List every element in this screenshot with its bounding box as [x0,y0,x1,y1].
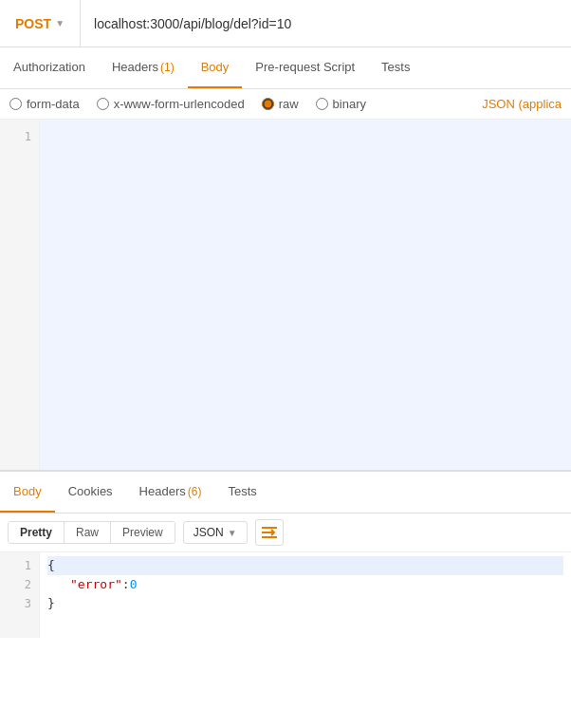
editor-textarea[interactable] [40,120,571,470]
resp-tab-body[interactable]: Body [0,472,55,513]
tab-body[interactable]: Body [188,47,243,88]
resp-tab-tests[interactable]: Tests [214,472,269,513]
response-tabs: Body Cookies Headers (6) Tests [0,472,571,513]
resp-code-area: { "error" : 0 } [40,552,571,638]
resp-line-3: } [47,594,563,613]
json-dropdown-label: JSON [193,526,224,539]
body-type-binary[interactable]: binary [316,97,366,111]
url-input[interactable] [81,16,571,31]
dropdown-chevron-icon: ▼ [228,528,237,538]
format-preview-button[interactable]: Preview [111,522,175,543]
response-format-row: Pretty Raw Preview JSON ▼ [0,513,571,552]
format-pretty-button[interactable]: Pretty [9,522,64,543]
json-format-dropdown[interactable]: JSON ▼ [183,521,248,544]
format-group: Pretty Raw Preview [8,521,175,544]
format-raw-button[interactable]: Raw [64,522,111,543]
resp-line-2: "error" : 0 [47,575,563,594]
resp-line-numbers: 1 2 3 [0,552,40,638]
tab-headers[interactable]: Headers (1) [99,47,188,88]
body-type-form-data[interactable]: form-data [9,97,80,111]
url-bar: POST ▼ [0,0,571,47]
body-type-raw[interactable]: raw [262,97,299,111]
request-tabs: Authorization Headers (1) Body Pre-reque… [0,47,571,89]
request-editor: 1 [0,120,571,471]
body-type-row: form-data x-www-form-urlencoded raw bina… [0,89,571,120]
tab-authorization[interactable]: Authorization [0,47,99,88]
response-section: Body Cookies Headers (6) Tests Pretty Ra… [0,471,571,638]
wrap-icon-button[interactable] [255,519,284,546]
resp-headers-badge: (6) [188,485,202,498]
body-type-urlencoded[interactable]: x-www-form-urlencoded [97,97,245,111]
method-chevron-icon: ▼ [55,18,64,28]
method-label: POST [15,16,51,31]
headers-badge: (1) [160,61,175,74]
resp-line-1: { [47,556,563,575]
resp-tab-headers[interactable]: Headers (6) [126,472,215,513]
resp-tab-cookies[interactable]: Cookies [55,472,126,513]
response-body: 1 2 3 { "error" : 0 } [0,552,571,638]
method-button[interactable]: POST ▼ [0,0,81,47]
tab-tests[interactable]: Tests [368,47,423,88]
json-type-label: JSON (applica [482,97,562,111]
tab-prerequest[interactable]: Pre-request Script [242,47,368,88]
editor-line-numbers: 1 [0,120,40,470]
